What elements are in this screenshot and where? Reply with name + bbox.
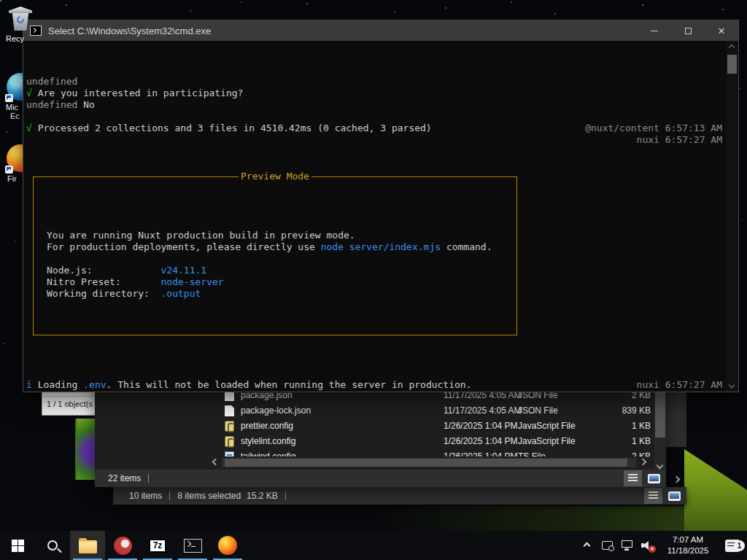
file-size: 839 KB <box>598 405 651 416</box>
file-size: 2 KB <box>598 390 651 400</box>
file-row[interactable]: stylelint.config1/26/2025 1:04 PMJavaScr… <box>95 434 653 449</box>
console-line: Node.js: v24.11.1 <box>47 265 516 276</box>
console-line: nuxi 6:57:27 AM <box>26 134 726 146</box>
console-line: √ Processed 2 collections and 3 files in… <box>26 122 726 134</box>
file-size: 1 KB <box>598 436 651 446</box>
red-app-icon <box>114 537 132 555</box>
scroll-down-icon[interactable] <box>729 382 735 388</box>
tray-cast[interactable] <box>597 531 617 560</box>
minimize-button[interactable] <box>638 20 671 41</box>
file-type: JSON File <box>518 405 605 416</box>
scroll-right-icon[interactable] <box>640 459 647 466</box>
explorer2-edge <box>666 392 686 447</box>
mini-window-fragment: 1 / 1 object(s <box>42 391 98 416</box>
thumbnails-view-button[interactable] <box>645 470 663 486</box>
network-icon <box>622 540 632 548</box>
firefox-icon <box>218 536 237 555</box>
chevron-up-icon <box>583 542 590 549</box>
explorer-status-bar: 22 items <box>95 470 666 487</box>
7zip-icon: 7z <box>149 539 166 553</box>
close-button[interactable]: ✕ <box>705 20 738 41</box>
volume-muted-icon: × <box>641 540 653 551</box>
scroll-left-icon[interactable] <box>212 459 220 466</box>
file-explorer-icon <box>79 540 97 553</box>
maximize-icon <box>685 28 692 34</box>
mini-window-toolbar <box>42 392 97 397</box>
console-line: Nitro Preset: node-server <box>47 276 516 288</box>
console-scrollbar[interactable] <box>726 41 738 392</box>
scrollbar-thumb[interactable] <box>655 389 665 438</box>
explorer2-selection-count: 8 items selected <box>177 491 241 501</box>
console-line: For production deployments, please direc… <box>47 241 516 253</box>
console-area[interactable]: undefined√ Are you interested in partici… <box>23 41 738 392</box>
file-row[interactable]: package-lock.json11/17/2025 4:05 AMJSON … <box>95 403 653 419</box>
desktop-icon-recycle-bin[interactable]: Recy <box>0 4 41 43</box>
search-icon <box>47 540 58 551</box>
preview-mode-title: Preview Mode <box>239 171 311 182</box>
shortcut-arrow-icon <box>5 166 13 174</box>
tray-network[interactable] <box>617 531 636 560</box>
file-list: package.json11/17/2025 4:05 AMJSON File2… <box>95 388 653 458</box>
explorer-window: package.json11/17/2025 4:05 AMJSON File2… <box>95 379 666 487</box>
console-line <box>26 368 726 379</box>
console-line: Working directory: .output <box>47 288 516 300</box>
scroll-down-icon[interactable] <box>657 462 664 470</box>
taskbar-red-app[interactable] <box>105 531 140 560</box>
file-list-horizontal-scrollbar[interactable] <box>95 456 653 469</box>
cmd-title-bar[interactable]: Select C:\Windows\System32\cmd.exe ✕ <box>23 20 738 41</box>
taskbar-file-explorer[interactable] <box>70 531 105 560</box>
clock-date: 11/18/2025 <box>658 545 718 556</box>
console-line: √ Are you interested in participating? <box>26 88 726 99</box>
console-line: undefined No <box>26 99 726 111</box>
explorer-item-count: 22 items <box>108 473 141 483</box>
file-type: JavaScript File <box>518 436 605 446</box>
taskbar-7zip[interactable]: 7z <box>140 531 175 560</box>
details-view-icon <box>649 491 658 500</box>
notification-center-button[interactable]: 1 <box>718 531 747 560</box>
tray-overflow-button[interactable] <box>576 531 597 560</box>
file-list-vertical-scrollbar[interactable] <box>654 389 666 471</box>
console-line <box>26 111 726 122</box>
taskbar-cmd[interactable] <box>175 531 210 560</box>
start-button[interactable] <box>0 531 35 560</box>
explorer2-selection-size: 15.2 KB <box>247 491 278 501</box>
system-tray: × 7:07 AM 11/18/2025 1 <box>576 531 747 560</box>
details-view-button[interactable] <box>644 488 662 504</box>
file-type: JavaScript File <box>518 421 605 431</box>
maximize-button[interactable] <box>671 20 705 41</box>
separator <box>169 491 170 500</box>
console-line: undefined <box>26 76 726 88</box>
file-name: package-lock.json <box>241 405 430 416</box>
wallpaper-grass <box>0 506 747 531</box>
preview-mode-box: Preview Mode You are running Nuxt produc… <box>33 176 517 335</box>
command-prompt-icon <box>184 539 202 553</box>
details-view-icon <box>628 474 638 483</box>
details-view-button[interactable] <box>624 470 642 486</box>
thumbnails-view-button[interactable] <box>665 488 684 504</box>
explorer2-item-count: 10 items <box>129 491 162 501</box>
windows-logo-icon <box>12 540 24 552</box>
tray-volume[interactable]: × <box>636 531 658 560</box>
notification-icon: 1 <box>725 540 740 552</box>
desktop: Recy Mic Ec Fir 1 / 1 object(s 10 items … <box>0 0 747 560</box>
taskbar-firefox[interactable] <box>210 531 245 560</box>
explorer2-status-bar: 10 items 8 items selected 15.2 KB <box>113 487 686 505</box>
js-file-icon <box>225 421 234 432</box>
thumbnails-view-icon <box>648 474 660 483</box>
console-line: i Running with compatibility version 4nu… <box>26 391 726 392</box>
console-line: You are running Nuxt production build in… <box>47 230 516 241</box>
file-size: 1 KB <box>598 421 651 431</box>
json-file-icon <box>225 390 234 401</box>
search-button[interactable] <box>35 531 70 560</box>
scrollbar-thumb[interactable] <box>727 55 737 74</box>
explorer2-scroll-right-icon[interactable] <box>674 473 679 484</box>
cmd-window: Select C:\Windows\System32\cmd.exe ✕ und… <box>23 20 738 392</box>
tray-clock[interactable]: 7:07 AM 11/18/2025 <box>658 531 718 560</box>
minimize-icon <box>651 31 658 31</box>
scroll-up-icon[interactable] <box>729 44 735 50</box>
file-row[interactable]: prettier.config1/26/2025 1:04 PMJavaScri… <box>95 419 653 434</box>
scrollbar-thumb[interactable] <box>225 459 627 467</box>
mini-window-status: 1 / 1 object(s <box>42 397 97 408</box>
recycle-bin-label: Recy <box>0 34 41 43</box>
clock-time: 7:07 AM <box>658 534 718 545</box>
